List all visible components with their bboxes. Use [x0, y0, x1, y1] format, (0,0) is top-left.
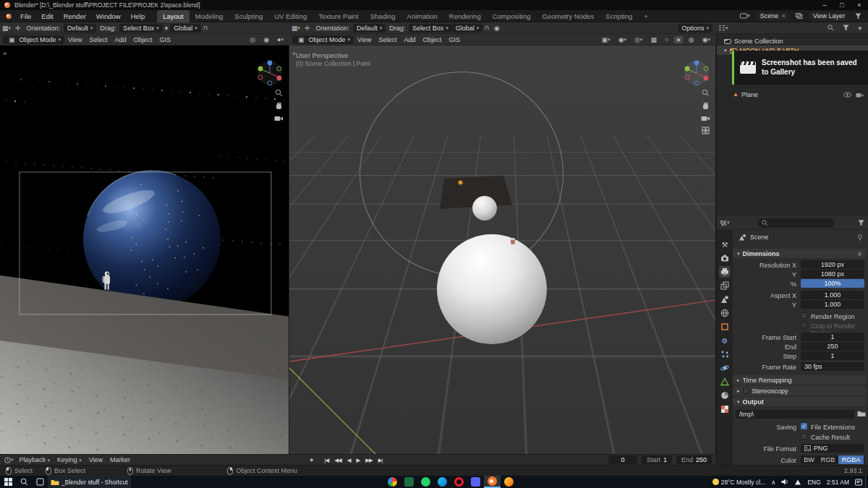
toolbar-expand-icon-left[interactable]: » — [3, 50, 7, 57]
rendered-shading-icon[interactable]: ◉▾ — [700, 36, 712, 43]
workspace-tab-sculpting[interactable]: Sculpting — [229, 10, 268, 22]
timeline-view-menu[interactable]: View — [85, 456, 106, 463]
pivot-dropdown-left[interactable]: Global▾ — [170, 24, 201, 33]
taskbar-app-whatsapp[interactable] — [417, 476, 434, 488]
keying-menu[interactable]: Keying ▾ — [54, 456, 85, 463]
color-bw-button[interactable]: BW — [801, 455, 818, 464]
presets-menu-icon[interactable]: ≡ — [858, 250, 866, 257]
scene-selector[interactable]: Scene × — [757, 12, 789, 21]
sun-lamp-object[interactable] — [459, 181, 462, 184]
properties-filter-icon[interactable] — [858, 220, 868, 226]
proportional-editing-icon[interactable]: ◉ — [492, 25, 502, 32]
jump-to-end-button[interactable]: ▶| — [375, 457, 386, 463]
pan-hand-icon-2[interactable] — [702, 102, 710, 110]
browse-view-layer-icon[interactable] — [793, 13, 805, 19]
taskbar-shortcut-window[interactable]: _Blender stuff - Shortcut — [48, 476, 131, 488]
material-preview-icon[interactable]: ◍ — [686, 36, 697, 43]
plane-object-row[interactable]: ▲ Plane — [717, 90, 868, 99]
taskbar-app-discord[interactable] — [467, 476, 484, 488]
large-sphere-object[interactable] — [437, 234, 547, 344]
zoom-icon-2[interactable] — [702, 89, 710, 97]
close-button[interactable]: × — [851, 0, 868, 10]
scene-properties-tab[interactable] — [719, 294, 731, 305]
pin-icon[interactable] — [857, 234, 868, 241]
minimize-button[interactable]: – — [816, 0, 833, 10]
drag-dropdown[interactable]: Select Box▾ — [119, 24, 163, 33]
notification-center-icon[interactable] — [852, 479, 865, 486]
camera-viewport[interactable]: » — [0, 46, 289, 454]
world-properties-tab[interactable] — [719, 307, 731, 319]
menu-file[interactable]: File — [15, 10, 36, 22]
taskbar-app-firefox[interactable] — [501, 476, 517, 488]
file-extensions-checkbox[interactable]: ✓ — [801, 423, 807, 429]
screenshot-saved-toast[interactable]: Screenshot has been saved to Gallery — [732, 51, 868, 85]
mode-dropdown-center[interactable]: ▣Object Mode▾ — [292, 35, 354, 44]
frame-end-field[interactable]: 250 — [801, 342, 864, 351]
snap-magnet-icon[interactable]: ∪ — [201, 25, 210, 32]
crop-region-checkbox[interactable] — [801, 322, 807, 328]
render-properties-tab[interactable] — [719, 252, 731, 264]
shading-icon-left[interactable]: ●▾ — [275, 36, 286, 43]
scene-breadcrumb-label[interactable]: Scene — [750, 234, 769, 241]
cache-result-checkbox[interactable] — [801, 433, 807, 440]
resolution-x-field[interactable]: 1920 px — [801, 260, 864, 269]
tray-network-icon[interactable] — [791, 479, 804, 485]
view-layer-properties-tab[interactable] — [719, 280, 731, 291]
output-panel-header[interactable]: ▾Output — [733, 397, 866, 406]
stereoscopy-checkbox[interactable] — [743, 388, 749, 394]
weather-widget[interactable]: 28°C Mostly cl... — [710, 479, 769, 486]
outliner-options-icon[interactable]: ▾ — [856, 25, 864, 32]
hide-eye-icon[interactable] — [843, 92, 851, 98]
clock[interactable]: 2:51 AM — [824, 479, 852, 486]
orientation-dropdown-2[interactable]: Default▾ — [353, 24, 386, 33]
select-menu[interactable]: Select — [85, 36, 111, 43]
main-3d-viewport[interactable]: User Perspective (0) Scene Collection | … — [289, 46, 716, 454]
stereoscopy-panel-header[interactable]: ▸Stereoscopy — [733, 386, 866, 395]
add-workspace-button[interactable]: + — [638, 10, 654, 22]
move-tool-icon-2[interactable]: ✛ — [302, 25, 312, 32]
resolution-pct-slider[interactable]: 100% — [801, 279, 864, 288]
navigation-gizmo[interactable] — [682, 59, 711, 87]
properties-editor-icon[interactable]: ▾ — [717, 220, 732, 226]
particles-properties-tab[interactable] — [719, 348, 731, 360]
jump-to-start-button[interactable]: |◀ — [321, 457, 331, 463]
outliner-search-icon[interactable] — [825, 25, 836, 31]
aspect-x-field[interactable]: 1.000 — [801, 291, 864, 299]
taskbar-search-icon[interactable] — [16, 476, 32, 488]
pivot-dropdown-2[interactable]: Global▾ — [452, 24, 483, 33]
scene-collection-row[interactable]: Scene Collection — [717, 36, 868, 46]
object-properties-tab[interactable] — [719, 321, 731, 333]
color-rgb-button[interactable]: RGB — [818, 455, 838, 464]
view-layer-filter-icon[interactable] — [853, 13, 864, 20]
orientation-dropdown[interactable]: Default▾ — [64, 24, 96, 33]
xray-toggle-icon[interactable]: ▦ — [648, 36, 659, 43]
next-keyframe-button[interactable]: ▶▶ — [362, 457, 375, 463]
workspace-tab-shading[interactable]: Shading — [365, 10, 401, 22]
menu-window[interactable]: Window — [91, 10, 126, 22]
taskbar-app-chrome[interactable] — [384, 476, 401, 488]
wireframe-shading-icon[interactable]: ○ — [663, 36, 671, 43]
menu-help[interactable]: Help — [126, 10, 150, 22]
start-button[interactable] — [0, 476, 16, 488]
workspace-tab-animation[interactable]: Animation — [401, 10, 443, 22]
frame-start-button[interactable]: Start1 — [642, 455, 672, 464]
add-menu-2[interactable]: Add — [400, 36, 419, 43]
frame-end-button[interactable]: End250 — [676, 455, 712, 464]
output-properties-tab[interactable] — [719, 266, 731, 278]
texture-properties-tab[interactable] — [719, 403, 731, 415]
render-region-checkbox[interactable] — [801, 312, 807, 319]
maximize-button[interactable]: □ — [833, 0, 851, 10]
drag-options-icon[interactable]: ▾ — [163, 25, 171, 32]
navigation-gizmo-left[interactable] — [255, 59, 284, 87]
pan-hand-icon[interactable] — [275, 102, 283, 110]
workspace-tab-uv-editing[interactable]: UV Editing — [268, 10, 312, 22]
workspace-tab-compositing[interactable]: Compositing — [487, 10, 537, 22]
gizmos-icon-left[interactable]: ◉ — [261, 36, 271, 43]
snap-magnet-icon-2[interactable]: ∪ — [482, 25, 492, 32]
outliner-editor-icon[interactable]: ▾ — [716, 25, 731, 31]
object-data-properties-tab[interactable] — [719, 376, 731, 388]
menu-edit[interactable]: Edit — [36, 10, 58, 22]
play-button[interactable]: ▶ — [354, 457, 363, 463]
properties-search-input[interactable] — [757, 218, 834, 228]
language-indicator[interactable]: ENG — [804, 479, 823, 486]
